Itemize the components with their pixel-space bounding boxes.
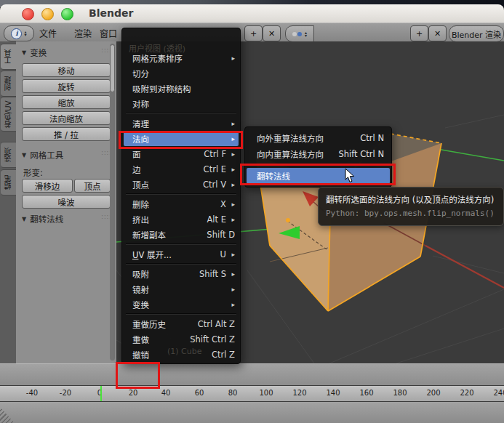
submenu-arrow-icon: ▸	[228, 181, 235, 188]
menu-separator	[122, 111, 240, 116]
view3d-header: ▴▾ 视图 选择 添加 网格 编辑模式 ▴▾ ▴▾ ▴▾	[0, 363, 504, 386]
panel-header-transform[interactable]: ▼ 变换	[22, 47, 47, 58]
submenu-item-recalculate-inside[interactable]: 向内重算法线方向Shift Ctrl N	[245, 146, 391, 162]
menu-item-snap[interactable]: 吸附Shift S▸	[122, 266, 240, 281]
submenu-arrow-icon: ▸	[228, 270, 235, 278]
render-engine-dropdown[interactable]: Blender 渲染	[449, 25, 504, 42]
submenu-arrow-icon: ▸	[228, 55, 235, 62]
ruler-tick: 20	[121, 389, 145, 397]
menu-render[interactable]: 渲染	[74, 27, 92, 39]
submenu-item-recalculate-outside[interactable]: 向外重算法线方向Ctrl N	[245, 130, 391, 146]
submenu-arrow-icon: ▸	[228, 166, 235, 173]
menu-window[interactable]: 窗口	[100, 27, 117, 39]
ruler-tick: 240	[488, 389, 504, 397]
ruler-tick: -20	[53, 389, 78, 397]
viewport-view-label-ghost: 用户视图 (透视)	[129, 42, 185, 54]
menu-item-symmetrize[interactable]: 对称	[122, 96, 240, 111]
menu-item-transform[interactable]: 变换▸	[122, 297, 240, 312]
ruler-tick: 80	[220, 389, 245, 397]
ruler-tick: 220	[455, 389, 479, 397]
submenu-arrow-icon: ▸	[228, 120, 235, 127]
menu-item-vertices[interactable]: 顶点Ctrl V▸	[122, 177, 240, 192]
timeline-header: ▴▾ 视图 标记 帧 回放 ◂ 起始: 1 ▸ ◂ 结束: 250 ▸ ◂ 1 …	[0, 401, 504, 423]
menu-item-edges[interactable]: 边Ctrl E▸	[122, 161, 240, 177]
menu-separator	[122, 262, 240, 266]
toolshelf-scrollbar-thumb[interactable]	[110, 44, 115, 92]
translate-button[interactable]: 移动	[22, 63, 111, 77]
menu-file[interactable]: 文件	[39, 27, 57, 39]
add-layout-button[interactable]: +	[244, 25, 263, 41]
ruler-tick: 180	[388, 389, 412, 397]
edge-slide-button[interactable]: 滑移边	[22, 179, 73, 193]
scene-icon	[292, 29, 303, 39]
blender-window: Blender i ▴▾ 文件 渲染 窗口 + ✕ ▴▾ Scene + ✕ B…	[0, 0, 504, 423]
scene-icon-dropdown[interactable]: ▴▾	[285, 25, 314, 42]
menu-separator	[122, 312, 240, 316]
ruler-tick: 100	[254, 389, 279, 397]
noise-button[interactable]: 噪波	[22, 195, 111, 209]
menu-item-clean-up[interactable]: 清理▸	[122, 116, 240, 131]
viewport-object-label-ghost: (1) Cube	[167, 347, 201, 356]
x-axis-line	[425, 246, 504, 288]
submenu-arrow-icon: ▸	[228, 216, 235, 223]
tab-tools[interactable]: 工具	[1, 44, 17, 70]
collapse-triangle-icon: ▼	[22, 49, 26, 56]
panel-header-flip-normals[interactable]: ▼ 翻转法线	[22, 213, 63, 225]
submenu-arrow-icon: ▸	[228, 201, 235, 208]
shrink-fatten-button[interactable]: 法向缩放	[22, 111, 111, 125]
dropdown-arrows-icon: ▴▾	[305, 31, 307, 37]
tab-shading-uv[interactable]: 着色/UV	[1, 97, 17, 132]
toolshelf: ▼ 变换 :::: 移动 旋转 缩放 法向缩放 推 / 拉 ▼ 网格工具 :::…	[16, 41, 117, 363]
push-pull-button[interactable]: 推 / 拉	[22, 127, 111, 141]
menu-item-mirror[interactable]: 镜射▸	[122, 281, 240, 297]
tab-create[interactable]: 创建	[1, 70, 17, 97]
collapse-triangle-icon: ▼	[22, 152, 26, 158]
panel-header-mesh-tools[interactable]: ▼ 网格工具	[22, 149, 63, 161]
delete-scene-button[interactable]: ✕	[428, 25, 447, 41]
toolshelf-tab-strip: 工具 创建 着色/UV 选项 蜡笔	[0, 41, 17, 363]
flip-normals-tooltip: 翻转所选面的法线方向 (以及顶点的法线方向) Python: bpy.ops.m…	[318, 187, 504, 226]
scale-button[interactable]: 缩放	[22, 95, 111, 109]
tooltip-python-hint: Python: bpy.ops.mesh.flip_normals()	[326, 209, 496, 218]
menu-item-uv-unwrap[interactable]: UV 展开...U▸	[122, 246, 240, 262]
delete-layout-button[interactable]: ✕	[263, 25, 281, 41]
annotation-box-mesh-menu	[116, 362, 160, 389]
menu-item-undo-history[interactable]: 重做历史Ctrl Alt Z	[122, 316, 240, 331]
manipulator-origin-dot	[286, 218, 290, 222]
ruler-tick: 60	[187, 389, 212, 397]
editor-type-selector[interactable]: i ▴▾	[4, 25, 34, 41]
rotate-button[interactable]: 旋转	[22, 79, 111, 93]
y-axis-line	[437, 149, 504, 161]
mouse-cursor	[345, 169, 356, 184]
minimize-window-button[interactable]	[41, 8, 54, 20]
menu-item-snap-to-symmetry[interactable]: 吸附到对称结构	[122, 81, 240, 96]
ruler-tick: 200	[421, 389, 446, 397]
maximize-window-button[interactable]	[61, 8, 73, 20]
add-scene-button[interactable]: +	[410, 25, 428, 41]
window-title: Blender	[89, 7, 133, 19]
timeline-ruler[interactable]: -40 -20 0 20 40 60 80 100 120 140 160 18…	[0, 386, 504, 402]
tab-grease-pencil[interactable]: 蜡笔	[1, 169, 17, 196]
annotation-box-normals	[119, 131, 243, 149]
info-header: i ▴▾ 文件 渲染 窗口 + ✕ ▴▾ Scene + ✕ Blender 渲…	[0, 23, 504, 43]
close-window-button[interactable]	[22, 8, 34, 20]
menu-item-delete[interactable]: 删除X▸	[122, 196, 240, 212]
submenu-arrow-icon: ▸	[228, 301, 235, 308]
dropdown-arrows-icon: ▴▾	[24, 31, 26, 36]
info-editor-icon: i	[11, 28, 22, 39]
ruler-tick: -40	[20, 389, 44, 397]
ruler-tick: 40	[153, 389, 178, 397]
ruler-tick: 0	[87, 389, 112, 397]
submenu-arrow-icon: ▸	[228, 251, 235, 258]
menu-item-duplicate[interactable]: 新增副本Shift D	[122, 227, 240, 242]
menu-item-redo[interactable]: 重做Shift Ctrl Z	[122, 331, 240, 347]
tab-options[interactable]: 选项	[1, 142, 17, 168]
current-frame-indicator[interactable]	[100, 386, 102, 401]
menu-item-extrude[interactable]: 挤出Alt E▸	[122, 212, 240, 227]
ruler-tick: 160	[354, 389, 379, 397]
menu-item-bisect[interactable]: 切分	[122, 65, 240, 81]
vertex-slide-button[interactable]: 顶点	[74, 179, 111, 193]
deform-label: 形变:	[23, 166, 43, 178]
submenu-arrow-icon: ▸	[228, 150, 235, 158]
collapse-triangle-icon: ▼	[22, 216, 26, 222]
